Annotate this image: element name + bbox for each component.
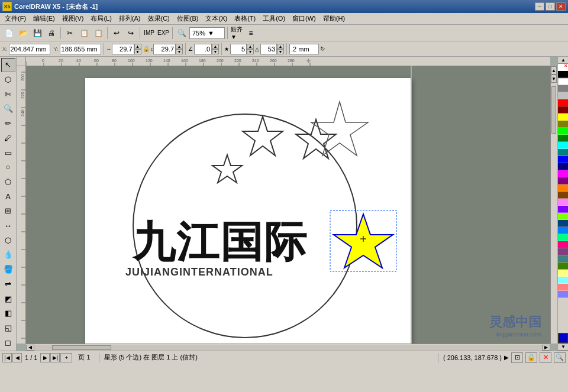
star-sharp-up[interactable]: ▲: [277, 44, 284, 49]
first-page-button[interactable]: |◀: [2, 353, 12, 362]
envelope-tool[interactable]: ◻: [1, 335, 15, 349]
color-none[interactable]: ✕: [558, 64, 568, 71]
menu-help[interactable]: 帮助(H): [320, 13, 348, 24]
width-input[interactable]: [112, 44, 134, 54]
size-mm-input[interactable]: [289, 44, 319, 54]
maximize-button[interactable]: □: [546, 2, 555, 11]
scroll-down-button[interactable]: ▼: [551, 74, 557, 83]
h-scroll-thumb[interactable]: [52, 345, 111, 350]
horizontal-scrollbar[interactable]: ◀ ▶: [26, 344, 550, 351]
vertical-scrollbar[interactable]: ▲ ▼: [550, 66, 557, 344]
select-tool[interactable]: ↖: [1, 58, 15, 72]
lock-icon[interactable]: 🔒: [143, 46, 150, 52]
star-upper-left[interactable]: [212, 155, 242, 183]
cut-button[interactable]: ✂: [63, 27, 76, 40]
width-up[interactable]: ▲: [134, 44, 141, 49]
connector-tool[interactable]: ⬡: [1, 233, 15, 247]
color-olive[interactable]: [558, 121, 568, 128]
color-lightyellow[interactable]: [558, 270, 568, 277]
rectangle-tool[interactable]: ▭: [1, 145, 15, 160]
scroll-up-button[interactable]: ▲: [551, 66, 557, 74]
color-darkblue[interactable]: [558, 163, 568, 170]
color-darkred[interactable]: [558, 106, 568, 114]
star-arc-1[interactable]: [311, 102, 368, 155]
new-button[interactable]: 📄: [2, 27, 15, 40]
menu-edit[interactable]: 编辑(E): [30, 13, 59, 24]
canvas-area[interactable]: 0 20 40 60 80 100 120 140 160 180 200 22…: [17, 57, 557, 351]
color-purple[interactable]: [558, 177, 568, 184]
copy-button[interactable]: 📋: [78, 27, 91, 40]
height-input[interactable]: [153, 44, 176, 54]
color-teal[interactable]: [558, 149, 568, 156]
transparency-tool[interactable]: ◱: [1, 321, 15, 335]
next-page-button[interactable]: ▶: [40, 353, 50, 362]
star-sharp-input[interactable]: [260, 44, 277, 54]
color-skyblue[interactable]: [558, 227, 568, 234]
paste-button[interactable]: 📋: [92, 27, 105, 40]
smart-draw-tool[interactable]: 🖊: [1, 131, 15, 145]
export-button[interactable]: EXP: [157, 27, 170, 40]
menu-window[interactable]: 窗口(W): [289, 13, 320, 24]
color-cyan[interactable]: [558, 142, 568, 149]
color-brown[interactable]: [558, 192, 568, 199]
page-view[interactable]: 九江国际 JUIJIANGINTERNATIONAL 灵感中国 lingganc…: [26, 66, 550, 344]
scroll-right-button[interactable]: ▶: [542, 345, 550, 351]
color-white[interactable]: [558, 78, 568, 85]
color-orange[interactable]: [558, 184, 568, 192]
v-scroll-thumb[interactable]: [551, 86, 556, 134]
color-red[interactable]: [558, 99, 568, 106]
color-magenta[interactable]: [558, 170, 568, 177]
undo-button[interactable]: ↩: [110, 27, 123, 40]
menu-text[interactable]: 文本(X): [202, 13, 231, 24]
menu-table[interactable]: 表格(T): [231, 13, 259, 24]
save-button[interactable]: 💾: [31, 27, 44, 40]
menu-arrange[interactable]: 排列(A): [115, 13, 144, 24]
blend-tool[interactable]: ⇌: [1, 277, 15, 291]
star-points-up[interactable]: ▲: [247, 44, 254, 49]
zoom-dropdown[interactable]: 75% ▼: [189, 27, 225, 39]
star-top-center[interactable]: [243, 116, 283, 155]
open-button[interactable]: 📂: [17, 27, 30, 40]
lock-status-button[interactable]: 🔒: [525, 352, 537, 363]
menu-layout[interactable]: 布局(L): [87, 13, 115, 24]
height-up[interactable]: ▲: [176, 44, 183, 49]
search-status-button[interactable]: 🔍: [554, 352, 566, 363]
color-steelblue[interactable]: [558, 255, 568, 263]
polygon-tool[interactable]: ⬠: [1, 175, 15, 189]
star-points-input[interactable]: [230, 44, 247, 54]
color-chartreuse[interactable]: [558, 213, 568, 220]
import-button[interactable]: IMP: [143, 27, 156, 40]
add-page-button[interactable]: +: [60, 353, 72, 362]
extrude-tool[interactable]: ◩: [1, 291, 15, 306]
zoom-in-button[interactable]: 🔍: [175, 27, 188, 40]
bucket-tool[interactable]: 🪣: [1, 263, 15, 277]
rotate-icon[interactable]: ↻: [320, 46, 325, 52]
snap-icon[interactable]: ≡: [244, 27, 257, 40]
color-darkolive[interactable]: [558, 263, 568, 270]
star-sharp-down[interactable]: ▼: [277, 49, 284, 54]
node-tool[interactable]: ⬡: [1, 73, 15, 87]
width-down[interactable]: ▼: [134, 49, 141, 54]
scroll-left-button[interactable]: ◀: [26, 345, 34, 351]
color-green[interactable]: [558, 128, 568, 135]
angle-input[interactable]: [194, 44, 212, 54]
menu-file[interactable]: 文件(F): [1, 13, 30, 24]
dropper-tool[interactable]: 💧: [1, 248, 15, 262]
text-tool[interactable]: A: [1, 189, 15, 203]
color-gray[interactable]: [558, 85, 568, 92]
color-deeppink[interactable]: [558, 241, 568, 248]
table-tool[interactable]: ⊞: [1, 204, 15, 218]
color-darkgreen[interactable]: [558, 135, 568, 142]
color-plum[interactable]: [558, 248, 568, 255]
close-button[interactable]: ✕: [556, 2, 566, 11]
angle-down[interactable]: ▼: [212, 49, 219, 54]
shadow-tool[interactable]: ◧: [1, 306, 15, 320]
menu-effects[interactable]: 效果(C): [144, 13, 173, 24]
color-black[interactable]: [558, 71, 568, 78]
angle-up[interactable]: ▲: [212, 44, 219, 49]
redo-button[interactable]: ↪: [124, 27, 137, 40]
color-periwinkle[interactable]: [558, 291, 568, 298]
pos-x-input[interactable]: [9, 44, 50, 54]
ellipse-tool[interactable]: ○: [1, 160, 15, 174]
color-navy[interactable]: [558, 220, 568, 227]
